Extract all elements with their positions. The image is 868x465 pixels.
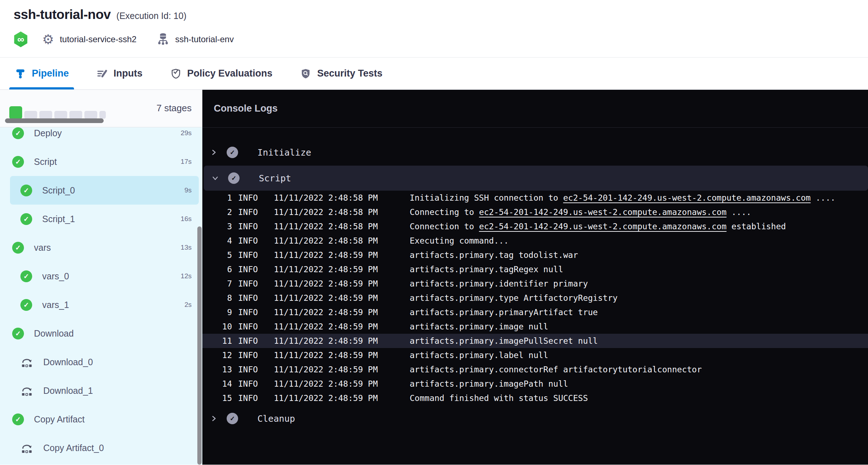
stage-row-script-1[interactable]: ✓ Script_1 16s [10,205,199,233]
tab-security-tests[interactable]: Security Tests [300,58,383,89]
section-label: Initialize [257,147,311,158]
stage-label: Script_0 [42,185,184,196]
stage-label: Download [34,328,192,339]
stage-row-copy-artifact[interactable]: ✓ Copy Artifact [10,405,199,434]
tab-policy-evaluations[interactable]: Policy Evaluations [170,58,273,89]
log-hostname-link[interactable]: ec2-54-201-142-249.us-west-2.compute.ama… [479,207,726,217]
log-text: Connection to [410,222,479,231]
log-message: Command finished with status SUCCESS [410,393,868,403]
stage-label: Download_1 [43,386,192,396]
log-text: Connecting to [410,207,479,217]
stage-success-check-icon: ✓ [20,185,32,196]
service-name: tutorial-service-ssh2 [60,34,137,44]
log-section-cleanup[interactable]: ✓ Cleanup [202,407,868,430]
log-message: artifacts.primary.image null [410,322,868,331]
console-header: Console Logs [202,90,868,128]
log-timestamp: 11/11/2022 2:48:59 PM [274,308,410,317]
log-line: 11 INFO 11/11/2022 2:48:59 PM artifacts.… [202,334,868,348]
log-line-number: 14 [202,379,232,388]
log-message: artifacts.primary.label null [410,351,868,360]
stage-row-script[interactable]: ✓ Script 17s [10,147,199,176]
stage-success-check-icon: ✓ [20,299,32,311]
stage-label: vars_0 [42,271,181,282]
log-line: 4 INFO 11/11/2022 2:48:58 PM Executing c… [202,234,868,248]
stage-success-check-icon: ✓ [20,270,32,282]
stage-row-vars-0[interactable]: ✓ vars_0 12s [10,262,199,290]
section-success-check-icon: ✓ [227,147,238,158]
looped-step-icon [20,385,33,397]
stage-success-check-icon: ✓ [12,242,24,254]
log-text: Command finished with status SUCCESS [410,393,588,403]
security-tests-icon [300,68,312,80]
stage-progress-segment [69,111,82,119]
log-section-script[interactable]: ✓ Script [204,166,868,191]
log-timestamp: 11/11/2022 2:48:58 PM [274,222,410,231]
log-level: INFO [232,365,274,374]
log-message: artifacts.primary.tagRegex null [410,265,868,274]
stage-row-download-0[interactable]: Download_0 [10,348,199,376]
console-log-area: ✓ Initialize ✓ Script 1 INFO 11/11/2022 … [202,128,868,430]
log-hostname-link[interactable]: ec2-54-201-142-249.us-west-2.compute.ama… [563,193,810,202]
tab-inputs[interactable]: Inputs [96,58,143,89]
log-line: 7 INFO 11/11/2022 2:48:59 PM artifacts.p… [202,276,868,291]
stage-list: ✓ Deploy 29s ✓ Script 17s ✓ Script_0 9s … [0,127,202,464]
log-line: 5 INFO 11/11/2022 2:48:59 PM artifacts.p… [202,248,868,262]
log-message: Executing command... [410,236,868,245]
tab-label: Policy Evaluations [187,68,273,79]
stage-list-vertical-scrollbar[interactable] [197,226,202,465]
pipeline-icon [14,68,26,80]
log-text: .... [726,207,751,217]
section-success-check-icon: ✓ [227,413,238,424]
stage-duration: 17s [181,158,192,166]
log-line-number: 1 [202,193,232,202]
log-section-initialize[interactable]: ✓ Initialize [202,141,868,163]
log-level: INFO [232,265,274,274]
log-line-number: 8 [202,293,232,303]
console-title: Console Logs [214,103,278,114]
log-timestamp: 11/11/2022 2:48:59 PM [274,250,410,260]
log-text: artifacts.primary.tag todolist.war [410,250,578,260]
log-timestamp: 11/11/2022 2:48:59 PM [274,351,410,360]
log-level: INFO [232,250,274,260]
stage-duration: 16s [181,215,192,223]
stage-row-deploy[interactable]: ✓ Deploy 29s [10,127,199,147]
log-line-number: 9 [202,308,232,317]
stage-row-download[interactable]: ✓ Download [10,319,199,348]
log-message: artifacts.primary.type ArtifactoryRegist… [410,293,868,303]
log-hostname-link[interactable]: ec2-54-201-142-249.us-west-2.compute.ama… [479,222,726,231]
log-text: established [726,222,786,231]
log-line-number: 6 [202,265,232,274]
tab-label: Inputs [114,68,143,79]
stage-row-vars[interactable]: ✓ vars 13s [10,233,199,262]
stage-duration: 12s [181,272,192,280]
log-timestamp: 11/11/2022 2:48:59 PM [274,279,410,288]
tab-pipeline[interactable]: Pipeline [14,58,69,89]
log-timestamp: 11/11/2022 2:48:59 PM [274,265,410,274]
stage-row-copy-artifact-0[interactable]: Copy Artifact_0 [10,434,199,462]
log-line: 1 INFO 11/11/2022 2:48:58 PM Initializin… [202,191,868,205]
log-text: Executing command... [410,236,509,245]
stage-strip-horizontal-scrollbar[interactable] [5,118,104,123]
log-line-number: 12 [202,351,232,360]
log-line: 13 INFO 11/11/2022 2:48:59 PM artifacts.… [202,362,868,377]
stage-row-script-0[interactable]: ✓ Script_0 9s [10,176,199,205]
log-level: INFO [232,308,274,317]
section-label: Script [259,173,291,183]
tab-label: Security Tests [317,68,383,79]
log-line-number: 15 [202,393,232,403]
log-level: INFO [232,222,274,231]
stage-row-vars-1[interactable]: ✓ vars_1 2s [10,290,199,319]
stage-success-check-icon: ✓ [12,328,24,339]
stage-success-check-icon: ✓ [12,156,24,168]
execution-content: 7 stages ✓ Deploy 29s ✓ Script 17s ✓ Scr… [0,90,868,465]
log-line: 15 INFO 11/11/2022 2:48:59 PM Command fi… [202,391,868,405]
stage-progress-segment [84,111,97,119]
log-level: INFO [232,336,274,346]
log-text: artifacts.primary.tagRegex null [410,265,563,274]
stage-row-download-1[interactable]: Download_1 [10,376,199,405]
log-text: Initializing SSH connection to [410,193,563,202]
stage-progress-strip[interactable] [9,106,106,119]
tab-label: Pipeline [32,68,69,79]
environment-icon [157,32,169,47]
log-line-number: 7 [202,279,232,288]
